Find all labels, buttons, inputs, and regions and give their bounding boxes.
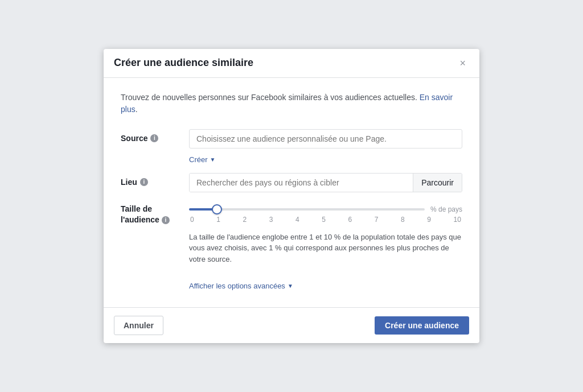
source-row: Source i Créer ▼ — [121, 129, 462, 164]
browse-button[interactable]: Parcourir — [413, 174, 462, 192]
location-info-icon[interactable]: i — [140, 178, 148, 186]
audience-size-label: Taille de l'audience i — [121, 204, 189, 226]
location-row: Lieu i Parcourir — [121, 173, 462, 192]
create-lookalike-dialog: Créer une audience similaire × Trouvez d… — [104, 49, 479, 344]
audience-size-section: Taille de l'audience i % de pays 0 — [121, 204, 462, 265]
percent-label: % de pays — [430, 205, 462, 213]
location-input-wrap: Parcourir — [189, 173, 462, 192]
dialog-header: Créer une audience similaire × — [104, 49, 479, 78]
advanced-options-link[interactable]: Afficher les options avancées ▼ — [189, 282, 293, 290]
chevron-down-icon: ▼ — [210, 156, 216, 163]
slider-row: Taille de l'audience i % de pays 0 — [121, 204, 462, 226]
audience-size-info-icon[interactable]: i — [162, 216, 170, 224]
audience-size-description: La taille de l'audience englobe entre 1 … — [189, 232, 462, 265]
advanced-options-wrap: Afficher les options avancées ▼ — [121, 274, 462, 290]
create-audience-button[interactable]: Créer une audience — [375, 316, 469, 335]
dialog-body: Trouvez de nouvelles personnes sur Faceb… — [104, 78, 479, 302]
dialog-title: Créer une audience similaire — [114, 57, 253, 69]
dialog-footer: Annuler Créer une audience — [104, 307, 479, 343]
source-info-icon[interactable]: i — [150, 134, 158, 142]
location-control: Parcourir — [189, 173, 462, 192]
source-input[interactable] — [189, 129, 462, 148]
close-button[interactable]: × — [456, 57, 469, 69]
location-input[interactable] — [190, 174, 413, 192]
slider-control-wrap: % de pays 0 1 2 3 4 5 6 7 8 9 10 — [189, 205, 462, 224]
cancel-button[interactable]: Annuler — [114, 316, 163, 335]
source-label: Source i — [121, 129, 189, 143]
chevron-down-icon-advanced: ▼ — [288, 283, 293, 289]
slider-tick-labels: 0 1 2 3 4 5 6 7 8 9 10 — [189, 216, 462, 224]
audience-size-slider[interactable] — [189, 208, 425, 211]
create-link[interactable]: Créer ▼ — [189, 155, 215, 164]
intro-text: Trouvez de nouvelles personnes sur Faceb… — [121, 92, 462, 115]
source-control: Créer ▼ — [189, 129, 462, 164]
location-label: Lieu i — [121, 173, 189, 187]
